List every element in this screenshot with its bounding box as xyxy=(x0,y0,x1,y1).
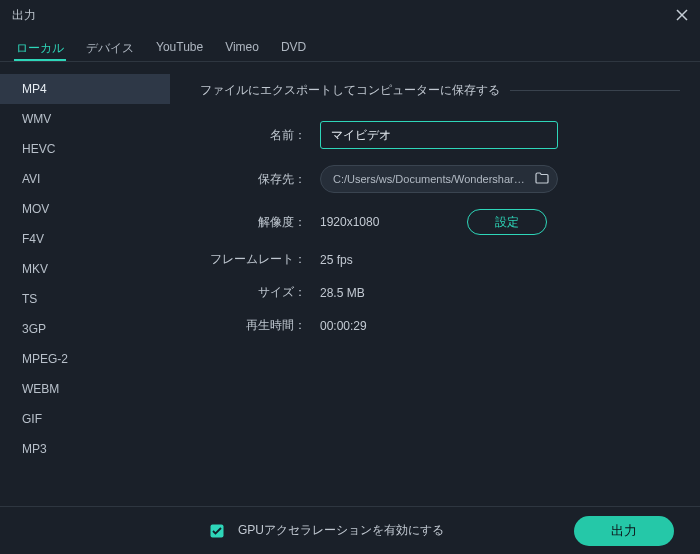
name-label: 名前： xyxy=(200,127,320,144)
format-sidebar: MP4WMVHEVCAVIMOVF4VMKVTS3GPMPEG-2WEBMGIF… xyxy=(0,62,170,506)
export-button[interactable]: 出力 xyxy=(574,516,674,546)
divider xyxy=(510,90,680,91)
duration-label: 再生時間： xyxy=(200,317,320,334)
gpu-label: GPUアクセラレーションを有効にする xyxy=(238,522,560,539)
name-input[interactable] xyxy=(320,121,558,149)
settings-button[interactable]: 設定 xyxy=(467,209,547,235)
format-item-mov[interactable]: MOV xyxy=(0,194,170,224)
tab-youtube[interactable]: YouTube xyxy=(154,36,205,61)
folder-icon[interactable] xyxy=(535,172,549,187)
framerate-label: フレームレート： xyxy=(200,251,320,268)
tab-dvd[interactable]: DVD xyxy=(279,36,308,61)
format-item-mkv[interactable]: MKV xyxy=(0,254,170,284)
dest-label: 保存先： xyxy=(200,171,320,188)
format-item-f4v[interactable]: F4V xyxy=(0,224,170,254)
tab-デバイス[interactable]: デバイス xyxy=(84,36,136,61)
resolution-value: 1920x1080 xyxy=(320,215,379,229)
tab-bar: ローカルデバイスYouTubeVimeoDVD xyxy=(0,30,700,62)
tab-ローカル[interactable]: ローカル xyxy=(14,36,66,61)
tab-vimeo[interactable]: Vimeo xyxy=(223,36,261,61)
duration-value: 00:00:29 xyxy=(320,319,367,333)
format-item-avi[interactable]: AVI xyxy=(0,164,170,194)
format-item-mp3[interactable]: MP3 xyxy=(0,434,170,464)
size-label: サイズ： xyxy=(200,284,320,301)
format-item-3gp[interactable]: 3GP xyxy=(0,314,170,344)
gpu-checkbox[interactable] xyxy=(210,524,224,538)
format-item-gif[interactable]: GIF xyxy=(0,404,170,434)
size-value: 28.5 MB xyxy=(320,286,365,300)
format-item-hevc[interactable]: HEVC xyxy=(0,134,170,164)
format-item-mpeg-2[interactable]: MPEG-2 xyxy=(0,344,170,374)
format-item-ts[interactable]: TS xyxy=(0,284,170,314)
format-item-mp4[interactable]: MP4 xyxy=(0,74,170,104)
resolution-label: 解像度： xyxy=(200,214,320,231)
window-title: 出力 xyxy=(12,7,36,24)
dest-path-text: C:/Users/ws/Documents/Wondershare/Wo xyxy=(333,173,529,185)
section-title: ファイルにエクスポートしてコンピューターに保存する xyxy=(200,82,500,99)
format-item-wmv[interactable]: WMV xyxy=(0,104,170,134)
dest-path-box[interactable]: C:/Users/ws/Documents/Wondershare/Wo xyxy=(320,165,558,193)
framerate-value: 25 fps xyxy=(320,253,353,267)
close-icon[interactable] xyxy=(674,7,690,23)
format-item-webm[interactable]: WEBM xyxy=(0,374,170,404)
